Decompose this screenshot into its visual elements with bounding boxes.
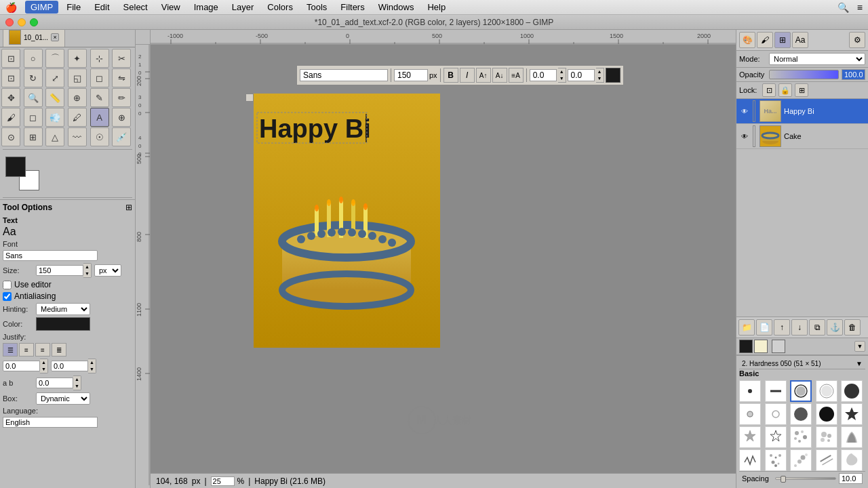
tool-color-picker[interactable]: 💉 <box>112 127 131 146</box>
tool-perspective[interactable]: ◻ <box>90 68 109 87</box>
rp-text-icon[interactable]: Aa <box>792 32 808 48</box>
use-editor-checkbox[interactable] <box>3 281 12 289</box>
justify-fill[interactable]: ≣ <box>52 343 66 357</box>
baseline-up-button[interactable]: A↑ <box>476 68 491 83</box>
opacity-slider[interactable] <box>769 70 839 79</box>
tool-pencil[interactable]: ✏ <box>112 88 131 107</box>
maximize-button[interactable] <box>30 18 38 26</box>
tool-scale[interactable]: ⤢ <box>45 68 64 87</box>
fg-color-swatch[interactable] <box>739 340 753 353</box>
justify-right[interactable]: ≡ <box>35 343 50 357</box>
x-offset-input[interactable] <box>530 69 557 81</box>
menu-edit[interactable]: Edit <box>89 1 115 14</box>
bold-button[interactable]: B <box>443 68 458 83</box>
brush-18[interactable] <box>790 449 812 471</box>
brush-9[interactable] <box>816 403 837 425</box>
tool-eraser[interactable]: ◻ <box>24 108 43 127</box>
tool-options-menu-icon[interactable]: ⊞ <box>125 203 132 212</box>
brush-14[interactable] <box>816 426 837 448</box>
brush-15[interactable] <box>841 426 863 448</box>
menu-view[interactable]: View <box>156 1 186 14</box>
pattern-swatch[interactable] <box>772 340 785 353</box>
y-offset-input[interactable] <box>568 69 595 81</box>
menu-windows[interactable]: Windows <box>373 1 420 14</box>
tool-clone[interactable]: ⊙ <box>1 127 20 146</box>
rp-config-icon[interactable]: ⚙ <box>849 32 865 48</box>
tool-heal[interactable]: ⊕ <box>112 108 131 127</box>
size-down[interactable]: ▼ <box>83 270 91 277</box>
tool-fuzzy-select[interactable]: ✦ <box>68 49 87 68</box>
spin3-up[interactable]: ▲ <box>73 376 81 383</box>
tool-free-select[interactable]: ⌒ <box>45 49 64 68</box>
menu-colors[interactable]: Colors <box>262 1 298 14</box>
lock-position-btn[interactable]: 🔒 <box>778 83 792 97</box>
brush-7[interactable] <box>765 403 787 425</box>
tool-zoom[interactable]: 🔍 <box>24 88 43 107</box>
tool-align[interactable]: ⊕ <box>68 88 87 107</box>
move-layer-down-btn[interactable]: ↓ <box>791 319 808 336</box>
new-layer-btn[interactable]: 📄 <box>756 319 772 336</box>
spin2-up[interactable]: ▲ <box>88 359 96 366</box>
tab-close-button[interactable]: × <box>51 33 59 41</box>
spacing-value-input[interactable] <box>839 473 863 484</box>
menu-filters[interactable]: Filters <box>335 1 370 14</box>
brush-expand-icon[interactable]: ▼ <box>856 360 863 367</box>
brush-10[interactable] <box>841 403 863 425</box>
spin3-down[interactable]: ▼ <box>73 383 81 390</box>
spin2-down[interactable]: ▼ <box>88 366 96 373</box>
lock-alpha-btn[interactable]: ⊞ <box>795 83 808 97</box>
size-up[interactable]: ▲ <box>83 264 91 270</box>
tool-perspective-clone[interactable]: ⊞ <box>24 127 43 146</box>
font-input[interactable] <box>3 250 98 261</box>
size-field[interactable] <box>36 265 83 276</box>
rp-brushes-icon[interactable]: 🖌 <box>757 32 773 48</box>
text-align-button[interactable]: ≡A <box>509 68 524 83</box>
brush-19[interactable] <box>816 449 837 471</box>
brush-6[interactable] <box>739 403 761 425</box>
anchor-layer-btn[interactable]: ⚓ <box>827 319 843 336</box>
tool-paint[interactable]: 🖌 <box>1 108 20 127</box>
brush-1[interactable] <box>739 380 761 402</box>
menu-image[interactable]: Image <box>189 1 224 14</box>
search-icon[interactable]: 🔍 <box>837 2 849 13</box>
spin1-field[interactable] <box>3 361 40 371</box>
swatches-config[interactable]: ▼ <box>854 341 865 352</box>
tool-blur[interactable]: △ <box>45 127 64 146</box>
tool-text[interactable]: A <box>90 108 109 127</box>
duplicate-layer-btn[interactable]: ⧉ <box>809 319 825 336</box>
language-input[interactable] <box>3 417 98 428</box>
tool-flip[interactable]: ⇋ <box>112 68 131 87</box>
tool-path[interactable]: ✎ <box>90 88 109 107</box>
menu-gimp[interactable]: GIMP <box>25 1 58 14</box>
menu-tools[interactable]: Tools <box>301 1 332 14</box>
size-unit-select[interactable]: px pt <box>94 264 121 277</box>
bg-color-swatch[interactable] <box>754 340 768 353</box>
layer-eye-happy-bi[interactable]: 👁 <box>739 106 750 117</box>
tool-crop[interactable]: ⊡ <box>1 68 20 87</box>
lock-pixels-btn[interactable]: ⊡ <box>762 83 776 97</box>
close-button[interactable] <box>5 18 14 26</box>
justify-left[interactable]: ☰ <box>3 343 18 357</box>
box-select[interactable]: Dynamic Fixed <box>36 392 90 405</box>
layer-eye-cake[interactable]: 👁 <box>739 131 750 142</box>
font-family-input[interactable] <box>300 69 388 81</box>
rp-patterns-icon[interactable]: ⊞ <box>774 32 791 48</box>
text-color-button[interactable] <box>606 68 620 83</box>
apple-menu[interactable]: 🍎 <box>5 2 17 13</box>
spin3-field[interactable] <box>36 378 73 388</box>
brush-20[interactable] <box>841 449 863 471</box>
cake-image-area[interactable]: Happy Bi <box>254 94 440 348</box>
baseline-down-button[interactable]: A↓ <box>492 68 507 83</box>
layer-happy-bi[interactable]: 👁 Ha... Happy Bi <box>736 99 868 124</box>
brush-12[interactable] <box>765 426 787 448</box>
tool-shear[interactable]: ◱ <box>68 68 87 87</box>
zoom-input[interactable] <box>211 476 235 486</box>
text-color-swatch[interactable] <box>36 317 90 331</box>
tool-ellipse-select[interactable]: ○ <box>24 49 43 68</box>
layer-cake[interactable]: 👁 Cake <box>736 124 868 149</box>
tool-scissors[interactable]: ✂ <box>112 49 131 68</box>
spin2-field[interactable] <box>51 361 88 371</box>
y-up[interactable]: ▲ <box>596 68 604 75</box>
spacing-slider-track[interactable] <box>775 477 836 480</box>
justify-center[interactable]: ≡ <box>19 343 34 357</box>
